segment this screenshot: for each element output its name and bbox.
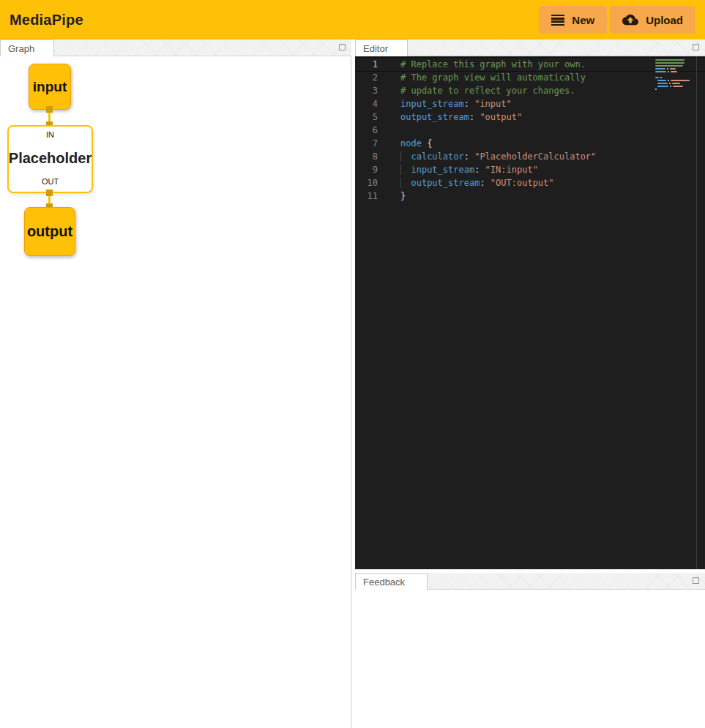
line-number: 2 [355, 71, 378, 84]
editor-tab-strip: Editor [355, 40, 705, 56]
line-number: 8 [355, 150, 378, 163]
header-buttons: New Upload [539, 6, 695, 34]
app-header: MediaPipe New Upload [0, 0, 705, 40]
code-line: 9 input_stream: "IN:input" [355, 163, 705, 176]
minimap[interactable] [654, 59, 696, 91]
graph-panel: Graph input IN Placeholder OUT output [0, 40, 351, 728]
port-connector-square [46, 106, 53, 113]
graph-node-placeholder[interactable]: IN Placeholder OUT [7, 125, 93, 193]
cloud-upload-icon [622, 12, 638, 28]
code-line: 1# Replace this graph with your own. [355, 58, 705, 71]
new-button[interactable]: New [539, 6, 607, 34]
line-number: 9 [355, 163, 378, 176]
maximize-icon[interactable] [693, 44, 699, 50]
graph-node-input[interactable]: input [29, 64, 71, 110]
line-number: 3 [355, 84, 378, 97]
code-editor[interactable]: 1# Replace this graph with your own.2# T… [355, 56, 705, 569]
code-line: 3# update to reflect your changes. [355, 84, 705, 97]
feedback-panel: Feedback [355, 573, 705, 728]
line-number: 10 [355, 176, 378, 189]
overview-ruler-divider [696, 56, 697, 569]
node-output-label: output [27, 223, 72, 240]
tab-feedback-label: Feedback [363, 577, 405, 588]
line-number: 11 [355, 189, 378, 203]
feedback-tab-strip: Feedback [355, 573, 705, 590]
tab-feedback[interactable]: Feedback [355, 573, 428, 590]
code-line: 6 [355, 124, 705, 137]
code-line: 8 calculator: "PlaceholderCalculator" [355, 150, 705, 163]
line-number: 5 [355, 110, 378, 124]
code-line: 10 output_stream: "OUT:output" [355, 176, 705, 189]
tab-editor-label: Editor [363, 43, 388, 54]
editor-panel: Editor 1# Replace this graph with your o… [355, 40, 705, 569]
menu-lines-icon [551, 15, 564, 26]
upload-button[interactable]: Upload [610, 6, 695, 34]
code-line: 5output_stream: "output" [355, 110, 705, 124]
app-title: MediaPipe [10, 12, 83, 29]
graph-tab-strip: Graph [0, 40, 351, 56]
port-connector-square [46, 189, 53, 196]
tab-graph-label: Graph [8, 43, 34, 54]
graph-canvas[interactable]: input IN Placeholder OUT output [0, 56, 351, 728]
code-line: 4input_stream: "input" [355, 97, 705, 110]
line-number: 1 [355, 58, 378, 71]
upload-button-label: Upload [646, 14, 683, 26]
code-line: 7node { [355, 137, 705, 150]
code-line: 11} [355, 189, 705, 203]
tab-editor[interactable]: Editor [355, 40, 408, 56]
line-number: 4 [355, 97, 378, 110]
code-area: 1# Replace this graph with your own.2# T… [355, 58, 705, 203]
feedback-content [355, 590, 705, 728]
out-port-label: OUT [42, 177, 59, 186]
graph-node-output[interactable]: output [24, 207, 75, 256]
placeholder-node-label: Placeholder [9, 150, 92, 167]
tab-graph[interactable]: Graph [0, 40, 54, 56]
new-button-label: New [572, 14, 594, 26]
code-line: 2# The graph view will automatically [355, 71, 705, 84]
maximize-icon[interactable] [339, 44, 346, 50]
line-number: 6 [355, 124, 378, 137]
line-number: 7 [355, 137, 378, 150]
in-port-label: IN [46, 130, 54, 139]
maximize-icon[interactable] [693, 577, 699, 584]
node-input-label: input [33, 79, 67, 95]
